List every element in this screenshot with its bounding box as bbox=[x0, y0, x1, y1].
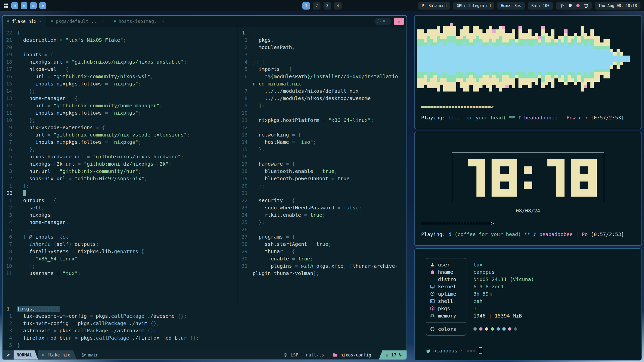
code-line[interactable]: 14 hostName = "iso"; bbox=[238, 139, 407, 146]
code-line[interactable]: 16 bbox=[238, 153, 407, 160]
code-line[interactable]: 4 nixpkgs-f2k.url = "github:moni-dz/nixp… bbox=[3, 160, 237, 168]
code-line[interactable]: 21 bbox=[238, 190, 407, 197]
code-line[interactable]: 13 networking = { bbox=[238, 131, 407, 139]
code-line[interactable]: 15 }; bbox=[238, 146, 407, 153]
launcher-grid-icon[interactable] bbox=[4, 3, 8, 8]
code-line[interactable]: 17 nixos-wsl = { bbox=[3, 66, 237, 73]
code-line[interactable]: 21 description = "tux's NixOS Flake"; bbox=[3, 36, 237, 44]
code-line[interactable]: 3 astronvim = pkgs.callPackage ./astronv… bbox=[3, 327, 407, 334]
code-line[interactable]: plugin thunar-volman]; bbox=[238, 270, 407, 277]
code-line[interactable]: 19 inputs = { bbox=[3, 51, 237, 58]
code-line[interactable]: 3 ... bbox=[238, 51, 407, 58]
fetch-terminal-window[interactable]: userhnamedistrokerneluptimeshellpkgsmemo… bbox=[414, 248, 642, 360]
code-line[interactable]: 18 bluetooth.enable = true; bbox=[238, 168, 407, 175]
code-line[interactable]: 11 inputs.nixpkgs.follows = "nixpkgs"; bbox=[3, 109, 237, 117]
code-line[interactable]: 7 inputs.nixpkgs.follows = "nixpkgs"; bbox=[3, 139, 237, 146]
code-line[interactable]: 9 "x86_64-linux" bbox=[3, 255, 237, 262]
clock-terminal-window[interactable]: 08/08/24 =======================> Playin… bbox=[414, 132, 642, 246]
code-line[interactable]: 5 nixos-hardware.url = "github:nixos/nix… bbox=[3, 153, 237, 160]
code-line[interactable]: 8 forAllSystems = nixpkgs.lib.genAttrs [ bbox=[3, 248, 237, 255]
code-line[interactable]: 9 nix-vscode-extensions = { bbox=[3, 124, 237, 131]
code-line[interactable]: 20 bbox=[3, 44, 237, 51]
code-line[interactable]: 6 "${modulesPath}/installer/cd-dvd/insta… bbox=[238, 73, 407, 80]
code-line[interactable]: 12 url = "github:nix-community/home-mana… bbox=[3, 102, 237, 109]
code-line[interactable]: 20 }; bbox=[238, 182, 407, 190]
workspace-tag-3[interactable]: ❄ bbox=[30, 2, 37, 9]
code-line[interactable]: 2 self, bbox=[3, 204, 237, 211]
shell-prompt[interactable]: →canopus ~ ››› bbox=[426, 347, 482, 354]
screen-tab-2[interactable]: 2 bbox=[313, 2, 320, 10]
code-line[interactable]: 2 modulesPath, bbox=[238, 44, 407, 51]
code-line[interactable]: 23 bbox=[3, 190, 237, 197]
code-line[interactable]: 30 enable = true; bbox=[238, 255, 407, 262]
code-line[interactable]: 12 bbox=[238, 124, 407, 131]
shield-icon[interactable] bbox=[568, 4, 572, 8]
display-icon[interactable] bbox=[584, 4, 588, 8]
code-line[interactable]: 10 ]; bbox=[3, 262, 237, 270]
code-line[interactable]: 15 inputs.nixpkgs.follows = "nixpkgs"; bbox=[3, 80, 237, 87]
screen-tab-4[interactable]: 4 bbox=[334, 2, 342, 10]
screen-tab-1[interactable]: 1 bbox=[302, 2, 310, 10]
code-line[interactable]: 27 programs = { bbox=[238, 233, 407, 241]
code-line[interactable]: 1{ bbox=[238, 29, 407, 36]
screen-tab-3[interactable]: 3 bbox=[324, 2, 331, 10]
code-line[interactable]: 29 thunar = { bbox=[238, 248, 407, 255]
code-line[interactable]: 6 }; bbox=[3, 146, 237, 153]
code-line[interactable]: 1 }; bbox=[3, 182, 237, 190]
code-line[interactable]: 2 tux-nvim-config = pkgs.callPackage ./n… bbox=[3, 320, 407, 327]
code-line[interactable]: 8 ../../modules/nixos/desktop/awesome bbox=[238, 95, 407, 102]
statusbar-file[interactable]: ❄flake.nix bbox=[38, 350, 76, 359]
recorder-dot-icon[interactable] bbox=[576, 4, 580, 7]
code-line[interactable]: 10 bbox=[238, 109, 407, 117]
code-line[interactable]: 28 ssh.startAgent = true; bbox=[238, 241, 407, 248]
code-line[interactable]: 22 security = { bbox=[238, 197, 407, 204]
code-line[interactable]: 7 ../../modules/nixos/default.nix bbox=[238, 87, 407, 95]
code-line[interactable]: 16 url = "github:nix-community/nixos-wsl… bbox=[3, 73, 237, 80]
workspace-tag-2[interactable]: ❄ bbox=[21, 2, 27, 9]
code-line[interactable]: 11 username = "tux"; bbox=[3, 270, 237, 277]
editor-tab-1[interactable]: ❄flake.nix✕ bbox=[3, 16, 46, 27]
code-line[interactable]: 23 sudo.wheelNeedsPassword = false; bbox=[238, 204, 407, 211]
pane-iso-image[interactable]: 1{1 pkgs,2 modulesPath,3 ...4}: {5 impor… bbox=[237, 27, 407, 304]
code-line[interactable]: 2 sops-nix.url = "github:Mic92/sops-nix"… bbox=[3, 175, 237, 182]
pane-flake-nix[interactable]: 22{21 description = "tux's NixOS Flake";… bbox=[3, 27, 237, 304]
code-line[interactable]: 14 }; bbox=[3, 87, 237, 95]
code-line[interactable]: 8 url = "github:nix-community/nix-vscode… bbox=[3, 131, 237, 139]
pane-pkgs-default[interactable]: 1{pkgs, ...}: {1 tux-awesome-wm-config =… bbox=[3, 304, 407, 350]
code-line[interactable]: 24 rtkit.enable = true; bbox=[238, 211, 407, 219]
code-line[interactable]: 10 }; bbox=[3, 117, 237, 124]
window-toggle-pill[interactable] bbox=[374, 18, 391, 25]
code-line[interactable]: 13 home-manager = { bbox=[3, 95, 237, 102]
code-line[interactable]: 4 firefox-mod-blur = pkgs.callPackage ./… bbox=[3, 334, 407, 342]
code-line[interactable]: 1{pkgs, ...}: { bbox=[3, 305, 407, 312]
code-line[interactable]: 6 } @ inputs: let bbox=[3, 233, 237, 241]
tab-close-icon[interactable]: ✕ bbox=[39, 19, 42, 24]
code-line[interactable]: 19 bluetooth.powerOnBoot = true; bbox=[238, 175, 407, 182]
editor-window[interactable]: ❄flake.nix✕❄pkgs/default ...✕❄hosts/isoI… bbox=[2, 15, 407, 360]
code-line[interactable]: 22{ bbox=[3, 29, 237, 36]
code-line[interactable]: 4}: { bbox=[238, 58, 407, 66]
code-line[interactable]: 18 nixpkgs.url = "github:nixos/nixpkgs/n… bbox=[3, 58, 237, 66]
code-line[interactable]: 9 ]; bbox=[238, 102, 407, 109]
code-line[interactable]: 11 nixpkgs.hostPlatform = "x86_64-linux"… bbox=[238, 117, 407, 124]
code-line[interactable]: 7 inherit (self) outputs; bbox=[3, 241, 237, 248]
code-line[interactable]: 5 imports = [ bbox=[238, 66, 407, 73]
code-line[interactable]: 25 }; bbox=[238, 219, 407, 226]
editor-tab-2[interactable]: ❄pkgs/default ...✕ bbox=[46, 16, 109, 27]
code-line[interactable]: 31 plugins = with pkgs.xfce; [thunar-arc… bbox=[238, 262, 407, 270]
code-line[interactable]: 5 ... bbox=[3, 226, 237, 233]
tab-close-icon[interactable]: ✕ bbox=[102, 19, 104, 24]
code-line[interactable]: 4 home-manager, bbox=[3, 219, 237, 226]
statusbar-branch[interactable]: main bbox=[77, 350, 104, 359]
music-terminal-window[interactable]: =======================> Playing: ffee f… bbox=[414, 15, 642, 129]
code-line[interactable]: 1 outputs = { bbox=[3, 197, 237, 204]
code-line[interactable]: 3 nur.url = "github:nix-community/nur"; bbox=[3, 168, 237, 175]
workspace-tag-4[interactable]: ❄ bbox=[39, 2, 46, 9]
wifi-icon[interactable] bbox=[559, 4, 564, 8]
tab-close-icon[interactable]: ✕ bbox=[162, 19, 165, 24]
code-line[interactable]: 1 pkgs, bbox=[238, 36, 407, 44]
code-line[interactable]: 1 tux-awesome-wm-config = pkgs.callPacka… bbox=[3, 312, 407, 320]
workspace-tag-1[interactable]: ❄ bbox=[11, 2, 18, 9]
window-close-button[interactable]: ✕ bbox=[394, 18, 404, 25]
project-indicator[interactable]: nixos-config bbox=[333, 350, 379, 359]
